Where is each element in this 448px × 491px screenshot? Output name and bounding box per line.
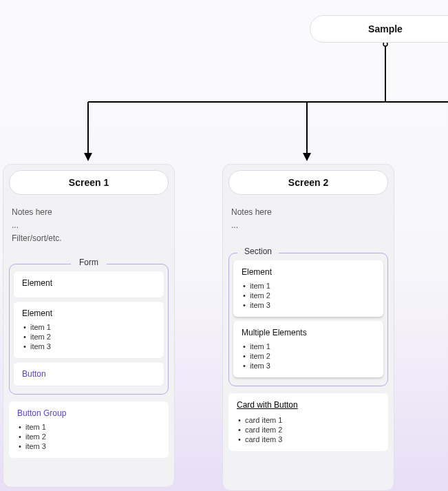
element-item-list: item 1 item 2 item 3	[242, 281, 375, 310]
list-item: item 1	[242, 281, 375, 291]
form-element[interactable]: Element item 1 item 2 item 3	[14, 302, 164, 358]
list-item: item 2	[17, 432, 160, 441]
list-item: item 2	[242, 351, 375, 361]
note-line: Notes here	[12, 206, 166, 219]
list-item: item 3	[22, 342, 156, 351]
list-item: item 3	[242, 300, 375, 310]
screen-1-title[interactable]: Screen 1	[9, 170, 169, 195]
element-title: Element	[22, 309, 156, 318]
screen-2-title-text: Screen 2	[288, 177, 328, 188]
element-title: Element	[242, 267, 375, 277]
section-legend: Section	[237, 247, 279, 256]
section-fieldset: Section Element item 1 item 2 item 3 Mul…	[228, 253, 388, 386]
section-element[interactable]: Element item 1 item 2 item 3	[233, 260, 383, 317]
element-title: Element	[22, 278, 156, 288]
screen-1-title-text: Screen 1	[69, 177, 109, 188]
element-item-list: item 1 item 2 item 3	[22, 322, 156, 351]
list-item: item 2	[242, 291, 375, 300]
note-line: Filter/sort/etc.	[12, 232, 166, 245]
screen-2-panel: Screen 2 Notes here ... Section Element …	[222, 164, 394, 491]
list-item: card item 3	[237, 435, 380, 444]
list-item: item 1	[242, 342, 375, 351]
note-line: ...	[12, 219, 166, 232]
note-line: Notes here	[231, 206, 385, 219]
card-with-button-title: Card with Button	[237, 400, 380, 410]
element-title: Multiple Elements	[242, 328, 375, 337]
svg-marker-4	[84, 153, 92, 161]
button-group-title: Button Group	[17, 408, 160, 418]
root-node[interactable]: Sample	[310, 15, 448, 43]
list-item: item 3	[17, 441, 160, 451]
screen-2-title[interactable]: Screen 2	[228, 170, 388, 195]
form-button[interactable]: Button	[14, 362, 164, 386]
note-line: ...	[231, 219, 385, 232]
list-item: item 3	[242, 361, 375, 370]
form-element[interactable]: Element	[14, 271, 164, 297]
button-group-list: item 1 item 2 item 3	[17, 422, 160, 451]
svg-marker-6	[303, 153, 311, 161]
button-group-card[interactable]: Button Group item 1 item 2 item 3	[9, 401, 169, 458]
list-item: item 1	[22, 322, 156, 332]
section-element[interactable]: Multiple Elements item 1 item 2 item 3	[233, 321, 383, 377]
root-label: Sample	[368, 23, 403, 34]
screen-2-notes: Notes here ...	[228, 205, 388, 238]
list-item: card item 2	[237, 425, 380, 435]
form-legend: Form	[71, 258, 107, 267]
card-item-list: card item 1 card item 2 card item 3	[237, 415, 380, 444]
screen-1-panel: Screen 1 Notes here ... Filter/sort/etc.…	[3, 164, 175, 488]
list-item: item 2	[22, 332, 156, 342]
element-item-list: item 1 item 2 item 3	[242, 342, 375, 370]
screen-1-notes: Notes here ... Filter/sort/etc.	[9, 205, 169, 251]
list-item: card item 1	[237, 415, 380, 425]
card-with-button[interactable]: Card with Button card item 1 card item 2…	[228, 393, 388, 451]
list-item: item 1	[17, 422, 160, 432]
form-fieldset: Form Element Element item 1 item 2 item …	[9, 264, 169, 395]
button-label: Button	[22, 369, 46, 379]
